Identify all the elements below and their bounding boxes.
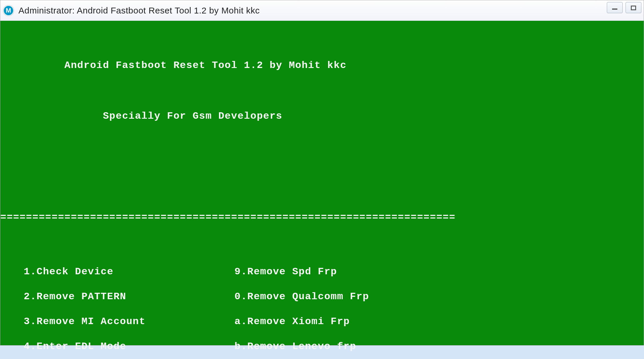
menu-item: a.Remove Xiomi Frp: [234, 309, 382, 334]
menu-item: 2.Remove PATTERN: [24, 284, 234, 309]
menu-grid: 1.Check Device 2.Remove PATTERN 3.Remove…: [0, 259, 644, 359]
menu-column-left: 1.Check Device 2.Remove PATTERN 3.Remove…: [0, 259, 234, 359]
menu-item: 1.Check Device: [24, 259, 234, 284]
window: M Administrator: Android Fastboot Reset …: [0, 0, 644, 346]
maximize-icon: [631, 6, 636, 10]
app-icon-letter: M: [6, 7, 11, 14]
console-header-1: Android Fastboot Reset Tool 1.2 by Mohit…: [0, 57, 644, 74]
minimize-icon: [612, 6, 617, 10]
app-icon: M: [3, 5, 14, 16]
menu-item: b.Remove Lenevo frp: [234, 334, 382, 359]
console-header-2: Specially For Gsm Developers: [0, 108, 644, 125]
menu-column-right: 9.Remove Spd Frp 0.Remove Qualcomm Frp a…: [234, 259, 382, 359]
titlebar[interactable]: M Administrator: Android Fastboot Reset …: [0, 0, 644, 21]
menu-item: 3.Remove MI Account: [24, 309, 234, 334]
menu-item: 9.Remove Spd Frp: [234, 259, 382, 284]
menu-item: 0.Remove Qualcomm Frp: [234, 284, 382, 309]
console-area[interactable]: Android Fastboot Reset Tool 1.2 by Mohit…: [0, 21, 644, 345]
minimize-button[interactable]: [607, 2, 623, 13]
divider-equals: ========================================…: [0, 210, 644, 225]
maximize-button[interactable]: [626, 2, 641, 13]
window-title: Administrator: Android Fastboot Reset To…: [18, 6, 260, 16]
window-controls: [607, 2, 641, 13]
console-blank: [0, 159, 644, 176]
menu-item: 4.Enter EDL Mode: [24, 334, 234, 359]
